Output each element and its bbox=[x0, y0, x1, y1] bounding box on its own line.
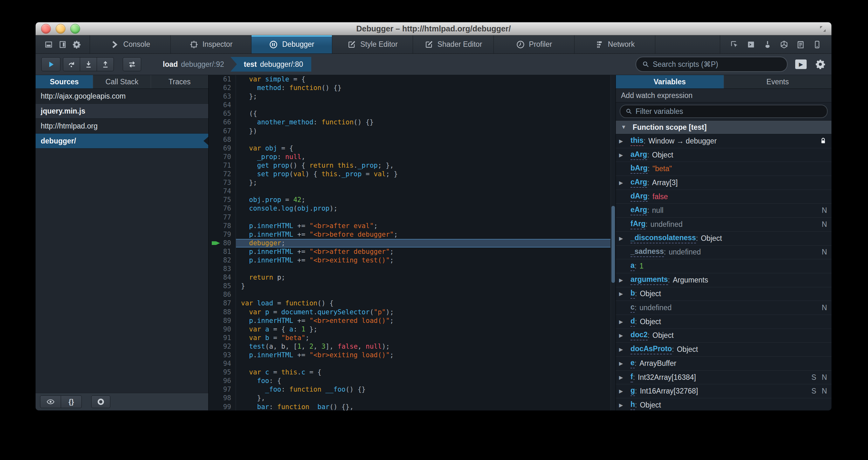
line-number[interactable]: 71 bbox=[209, 161, 236, 170]
variable-row-fArg[interactable]: fArg: undefinedN bbox=[616, 218, 831, 232]
line-number[interactable]: 95 bbox=[209, 368, 236, 377]
source-item[interactable]: jquery.min.js bbox=[36, 104, 208, 119]
expander-arrow-icon[interactable]: ▶ bbox=[619, 402, 630, 408]
split-console-icon[interactable] bbox=[746, 40, 756, 49]
expander-arrow-icon[interactable]: ▶ bbox=[619, 138, 630, 144]
variable-row-doc2[interactable]: ▶doc2: Object bbox=[616, 329, 831, 343]
source-editor[interactable]: 61 var simple = {62 method: function() {… bbox=[209, 75, 616, 410]
line-number[interactable]: 75 bbox=[209, 196, 236, 204]
variable-row-_sadness[interactable]: _sadness: undefinedN bbox=[616, 246, 831, 260]
code-line-64[interactable]: 64 bbox=[209, 101, 616, 109]
line-number[interactable]: 73 bbox=[209, 178, 236, 187]
code-line-84[interactable]: 84 return p; bbox=[209, 273, 616, 282]
code-line-81[interactable]: 81 p.innerHTML += "<br>after debugger"; bbox=[209, 248, 616, 256]
add-watch-expression[interactable]: Add watch expression bbox=[616, 89, 831, 103]
source-item[interactable]: debugger/ bbox=[36, 134, 208, 149]
search-scripts-input[interactable]: Search scripts (⌘P) bbox=[636, 57, 787, 72]
variable-row-aArg[interactable]: ▶aArg: Object bbox=[616, 148, 831, 162]
line-number[interactable]: 79 bbox=[209, 230, 236, 239]
code-line-77[interactable]: 77 bbox=[209, 213, 616, 222]
variable-row-d[interactable]: ▶d: Object bbox=[616, 315, 831, 329]
toggle-tracing-button[interactable] bbox=[91, 396, 110, 408]
line-number[interactable]: 96 bbox=[209, 377, 236, 385]
code-line-75[interactable]: 75 obj.prop = 42; bbox=[209, 196, 616, 204]
code-line-94[interactable]: 94 bbox=[209, 360, 616, 368]
tab-sources[interactable]: Sources bbox=[36, 75, 93, 88]
line-number[interactable]: 99 bbox=[209, 403, 236, 410]
variable-row-eArg[interactable]: eArg: nullN bbox=[616, 204, 831, 218]
expander-arrow-icon[interactable]: ▶ bbox=[619, 277, 630, 283]
line-number[interactable]: 93 bbox=[209, 351, 236, 360]
expander-arrow-icon[interactable]: ▶ bbox=[619, 333, 630, 339]
code-line-95[interactable]: 95 var c = this.c = { bbox=[209, 368, 616, 377]
step-in-button[interactable] bbox=[80, 57, 97, 71]
tab-profiler[interactable]: Profiler bbox=[494, 35, 575, 53]
variable-row-a[interactable]: a: 1 bbox=[616, 259, 831, 273]
scratchpad-icon[interactable] bbox=[796, 40, 805, 49]
line-number[interactable]: 78 bbox=[209, 222, 236, 230]
code-line-72[interactable]: 72 set prop(val) { this._prop = val; } bbox=[209, 170, 616, 178]
tab-debugger[interactable]: Debugger bbox=[251, 35, 332, 53]
line-number[interactable]: 92 bbox=[209, 342, 236, 351]
code-line-90[interactable]: 90 var a = { a: 1 }; bbox=[209, 325, 616, 334]
expander-arrow-icon[interactable]: ▶ bbox=[619, 235, 630, 241]
toolbox-options-gear-icon[interactable] bbox=[72, 40, 82, 49]
toggle-panes-button[interactable]: ▶ bbox=[795, 59, 807, 69]
tab-events[interactable]: Events bbox=[724, 75, 832, 88]
tab-console[interactable]: Console bbox=[90, 35, 171, 53]
line-number[interactable]: 70 bbox=[209, 153, 236, 161]
line-number[interactable]: 88 bbox=[209, 308, 236, 317]
code-line-86[interactable]: 86 bbox=[209, 290, 616, 299]
source-item[interactable]: http://htmlpad.org bbox=[36, 119, 208, 134]
dock-bottom-icon[interactable] bbox=[44, 40, 54, 49]
line-number[interactable]: 67 bbox=[209, 127, 236, 136]
toggle-breakpoints-button[interactable] bbox=[123, 57, 141, 71]
breadcrumb-test[interactable]: testdebugger/:80 bbox=[230, 57, 311, 71]
filter-variables-input[interactable]: Filter variables bbox=[620, 105, 828, 118]
source-item[interactable]: http://ajax.googleapis.com bbox=[36, 89, 208, 104]
code-line-74[interactable]: 74 bbox=[209, 187, 616, 196]
blackbox-source-button[interactable] bbox=[40, 396, 61, 408]
line-number[interactable]: 62 bbox=[209, 84, 236, 92]
line-number[interactable]: 82 bbox=[209, 256, 236, 265]
expander-arrow-icon[interactable]: ▶ bbox=[619, 291, 630, 297]
scope-header[interactable]: ▼ Function scope [test] bbox=[616, 121, 831, 134]
line-number[interactable]: 69 bbox=[209, 144, 236, 153]
expander-arrow-icon[interactable]: ▶ bbox=[619, 346, 630, 352]
code-line-98[interactable]: 98 }, bbox=[209, 394, 616, 402]
line-number[interactable]: 90 bbox=[209, 325, 236, 334]
line-number[interactable]: 85 bbox=[209, 282, 236, 290]
code-line-62[interactable]: 62 method: function() {} bbox=[209, 84, 616, 92]
variable-row-dArg[interactable]: dArg: false bbox=[616, 190, 831, 204]
line-number[interactable]: 76 bbox=[209, 204, 236, 213]
tab-variables[interactable]: Variables bbox=[616, 75, 724, 88]
editor-scrollbar-thumb[interactable] bbox=[612, 206, 615, 283]
line-number[interactable]: 81 bbox=[209, 248, 236, 256]
element-picker-icon[interactable] bbox=[730, 40, 739, 49]
line-number[interactable]: 64 bbox=[209, 101, 236, 109]
line-number[interactable]: 63 bbox=[209, 92, 236, 101]
code-line-80[interactable]: 80 debugger; bbox=[209, 239, 616, 248]
line-number[interactable]: 65 bbox=[209, 109, 236, 118]
code-line-79[interactable]: 79 p.innerHTML += "<br>before debugger"; bbox=[209, 230, 616, 239]
line-number[interactable]: 77 bbox=[209, 213, 236, 222]
dock-side-icon[interactable] bbox=[58, 40, 67, 49]
fullscreen-icon[interactable] bbox=[819, 25, 827, 33]
line-number[interactable]: 83 bbox=[209, 265, 236, 273]
expander-arrow-icon[interactable]: ▶ bbox=[619, 180, 630, 186]
code-line-61[interactable]: 61 var simple = { bbox=[209, 75, 616, 84]
line-number[interactable]: 98 bbox=[209, 394, 236, 402]
code-line-70[interactable]: 70 _prop: null, bbox=[209, 153, 616, 161]
code-line-65[interactable]: 65 ({ bbox=[209, 109, 616, 118]
editor-scrollbar[interactable] bbox=[611, 75, 616, 410]
expander-arrow-icon[interactable]: ▶ bbox=[619, 319, 630, 325]
variable-row-cArg[interactable]: ▶cArg: Array[3] bbox=[616, 176, 831, 190]
line-number[interactable]: 74 bbox=[209, 187, 236, 196]
tab-style-editor[interactable]: Style Editor bbox=[332, 35, 413, 53]
debugger-options-gear-icon[interactable] bbox=[815, 59, 826, 70]
code-line-99[interactable]: 99 bar: function _bar() {}, bbox=[209, 403, 616, 410]
variable-row-this[interactable]: ▶this: Window → debugger bbox=[616, 134, 831, 148]
resume-button[interactable] bbox=[41, 57, 60, 71]
line-number[interactable]: 72 bbox=[209, 170, 236, 178]
code-line-82[interactable]: 82 p.innerHTML += "<br>exiting test()"; bbox=[209, 256, 616, 265]
